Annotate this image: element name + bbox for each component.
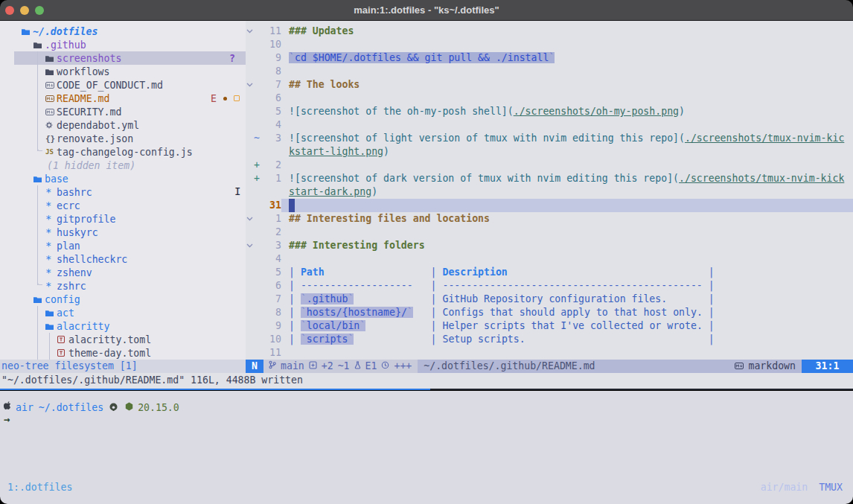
editor-line[interactable]: 9| `local/bin` | Helper scripts that I'v… bbox=[246, 319, 853, 333]
line-text: ## Interesting files and locations bbox=[289, 212, 853, 226]
fold-column bbox=[246, 159, 254, 172]
git-sign bbox=[254, 279, 261, 293]
tree-item--.dotfiles[interactable]: ~/.dotfiles bbox=[0, 25, 246, 38]
editor-line[interactable]: kstart-light.png) bbox=[246, 145, 853, 159]
line-number: 7 bbox=[261, 78, 281, 92]
line-number bbox=[261, 185, 281, 199]
git-sign bbox=[254, 306, 261, 319]
editor-line[interactable]: +2 bbox=[246, 159, 853, 172]
unstaged-square-icon bbox=[234, 95, 240, 101]
git-sign bbox=[254, 38, 261, 51]
tree-item-.github[interactable]: .github bbox=[0, 38, 246, 51]
line-text bbox=[289, 226, 853, 239]
editor-pane[interactable]: 11### Updates 10 9`cd $HOME/.dotfiles &&… bbox=[246, 21, 853, 360]
line-number: 6 bbox=[261, 92, 281, 105]
editor-line[interactable]: 5| Path | Description | bbox=[246, 266, 853, 279]
fold-column bbox=[246, 266, 254, 279]
line-text: | ------------------- | ----------------… bbox=[289, 279, 853, 293]
editor-line[interactable]: 10| `scripts` | Setup scripts. | bbox=[246, 333, 853, 346]
statusline-left: main +2 ~1 E1 +++ bbox=[263, 360, 418, 373]
git-branch: main bbox=[281, 360, 304, 373]
editor-line[interactable]: 31 bbox=[246, 199, 853, 212]
tree-item--1-hidden-item-[interactable]: (1 hidden item) bbox=[0, 159, 246, 172]
line-text: ### Interesting folders bbox=[289, 239, 853, 252]
fold-column bbox=[246, 92, 254, 105]
line-number: 11 bbox=[261, 25, 281, 38]
editor-line[interactable]: 4 bbox=[246, 118, 853, 132]
git-sign bbox=[254, 92, 261, 105]
line-text: ![screenshot of light version of tmux wi… bbox=[289, 132, 853, 145]
editor-line[interactable]: 11### Updates bbox=[246, 25, 853, 38]
tree-item-label: base bbox=[45, 173, 68, 185]
editor-line[interactable]: 8| `hosts/{hostname}/` | Configs that sh… bbox=[246, 306, 853, 319]
mode-indicator: N bbox=[246, 360, 263, 373]
fold-chevron-icon[interactable] bbox=[246, 25, 254, 38]
fold-chevron-icon[interactable] bbox=[246, 239, 254, 252]
editor-line[interactable]: 6 bbox=[246, 92, 853, 105]
git-sign bbox=[254, 199, 261, 212]
file-status-markers: E bbox=[211, 93, 240, 104]
editor-line[interactable]: 9`cd $HOME/.dotfiles && git pull && ./in… bbox=[246, 51, 853, 65]
shell-prompt: air ~/.dotfiles 20.15.0 bbox=[4, 401, 179, 414]
folder-icon bbox=[33, 176, 45, 182]
editor-line[interactable]: 6| ------------------- | ---------------… bbox=[246, 279, 853, 293]
file-path: ~/.dotfiles/.github/README.md bbox=[424, 360, 730, 373]
tree-item-label: bashrc bbox=[57, 187, 92, 198]
folder-icon bbox=[22, 28, 33, 35]
line-text: | `local/bin` | Helper scripts that I've… bbox=[289, 319, 853, 333]
editor-line[interactable]: 4 bbox=[246, 252, 853, 266]
fold-chevron-icon[interactable] bbox=[246, 78, 254, 92]
editor-line[interactable]: ~3![screenshot of light version of tmux … bbox=[246, 132, 853, 145]
fold-column bbox=[246, 172, 254, 185]
tree-item-config[interactable]: config bbox=[0, 293, 246, 306]
git-sign bbox=[254, 51, 261, 65]
editor-line[interactable]: 1## Interesting files and locations bbox=[246, 212, 853, 226]
editor-line[interactable]: 7## The looks bbox=[246, 78, 853, 92]
neo-tree-statusbar: neo-tree filesystem [1] bbox=[0, 360, 246, 373]
filetype-indicator: markdown bbox=[735, 360, 796, 373]
toml-icon bbox=[57, 336, 68, 343]
tree-item-label: renovate.json bbox=[57, 133, 133, 144]
line-text: `cd $HOME/.dotfiles && git pull && ./ins… bbox=[289, 51, 853, 65]
git-sign bbox=[254, 25, 261, 38]
git-sign bbox=[254, 78, 261, 92]
editor-line[interactable]: 8 bbox=[246, 65, 853, 78]
git-sign bbox=[254, 266, 261, 279]
tree-guide bbox=[49, 333, 50, 360]
git-sign bbox=[254, 105, 261, 118]
tree-item-label: .github bbox=[45, 39, 86, 51]
shell-pane[interactable]: air ~/.dotfiles 20.15.0 → 1:.dotfiles ai… bbox=[0, 391, 853, 504]
titlebar[interactable]: main:1:.dotfiles - "ks~/.dotfiles" bbox=[0, 0, 853, 21]
tree-item-base[interactable]: base bbox=[0, 172, 246, 185]
git-sign bbox=[254, 185, 261, 199]
tree-item-label: theme-day.toml bbox=[68, 348, 151, 359]
pane-border-active bbox=[0, 389, 430, 390]
line-number bbox=[261, 145, 281, 159]
line-number: 6 bbox=[261, 279, 281, 293]
tree-item-label: workflows bbox=[57, 66, 109, 77]
editor-line[interactable]: 10 bbox=[246, 38, 853, 51]
prompt-arrow: → bbox=[4, 413, 10, 425]
editor-line[interactable]: 5![screenshot of the oh-my-posh shell](.… bbox=[246, 105, 853, 118]
git-sign: + bbox=[254, 172, 261, 185]
git-branch-icon bbox=[269, 360, 276, 373]
line-text: | `.github` | GitHub Repository configur… bbox=[289, 293, 853, 306]
pane-border-inactive bbox=[430, 389, 853, 390]
editor-line[interactable]: 7| `.github` | GitHub Repository configu… bbox=[246, 293, 853, 306]
fold-column bbox=[246, 333, 254, 346]
editor-line[interactable]: 3### Interesting folders bbox=[246, 239, 853, 252]
tmux-label: TMUX bbox=[819, 481, 843, 494]
fold-chevron-icon[interactable] bbox=[246, 212, 254, 226]
fold-column bbox=[246, 199, 254, 212]
editor-line[interactable]: 2 bbox=[246, 226, 853, 239]
tmux-window-label[interactable]: 1:.dotfiles bbox=[7, 481, 72, 494]
editor-line[interactable]: start-dark.png) bbox=[246, 185, 853, 199]
git-sign: ~ bbox=[254, 132, 261, 145]
prompt-cwd: ~/.dotfiles bbox=[39, 402, 103, 413]
git-sign bbox=[254, 226, 261, 239]
editor-line[interactable]: 11 bbox=[246, 346, 853, 360]
tree-guide bbox=[37, 306, 38, 360]
editor-line[interactable]: +1![screenshot of dark version of tmux w… bbox=[246, 172, 853, 185]
tree-item-label: zshrc bbox=[57, 281, 86, 292]
tree-item-label: alacritty bbox=[57, 321, 109, 332]
